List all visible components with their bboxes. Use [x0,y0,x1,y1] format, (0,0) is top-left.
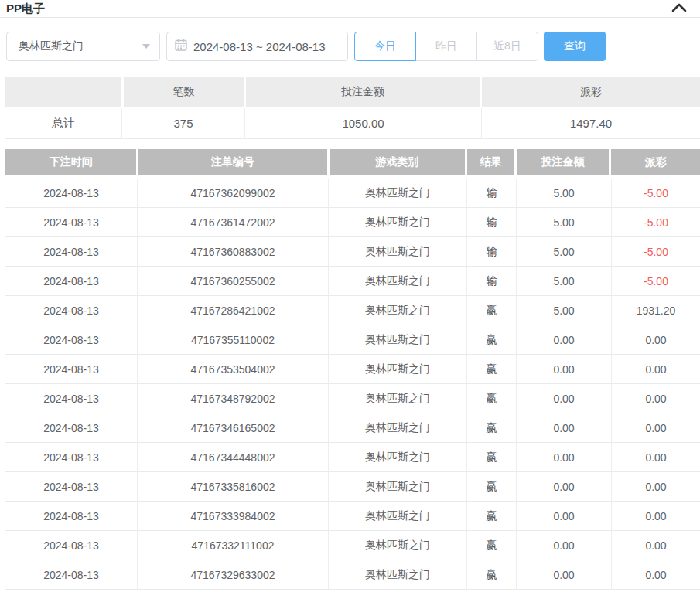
cell-game-type: 奥林匹斯之门 [328,267,466,296]
table-row: 2024-08-13 47167362099002 奥林匹斯之门 输 5.00 … [5,179,700,208]
cell-result: 输 [466,267,516,296]
cell-bet-time: 2024-08-13 [5,325,137,355]
cell-game-type: 奥林匹斯之门 [328,208,466,237]
cell-bet-amount: 0.00 [516,413,611,443]
cell-payout: 0.00 [611,502,700,531]
cell-payout: -5.00 [611,208,700,237]
table-row: 2024-08-13 47167361472002 奥林匹斯之门 输 5.00 … [5,208,700,237]
summary-total-payout: 1497.40 [481,108,700,139]
cell-result: 赢 [466,472,516,502]
cell-bet-time: 2024-08-13 [5,267,137,296]
summary-total-row: 总计 375 1050.00 1497.40 [5,108,700,139]
col-header-order-no: 注单编号 [138,149,326,175]
table-row: 2024-08-13 47167329633002 奥林匹斯之门 赢 0.00 … [5,560,700,590]
table-row: 2024-08-13 47167355110002 奥林匹斯之门 赢 0.00 … [5,325,700,355]
cell-bet-time: 2024-08-13 [5,502,137,531]
cell-payout: 0.00 [611,531,700,560]
table-row: 2024-08-13 47167333984002 奥林匹斯之门 赢 0.00 … [5,502,700,531]
game-select-value: 奥林匹斯之门 [19,39,84,53]
cell-order-no: 47167333984002 [137,502,328,531]
cell-order-no: 47167348792002 [137,384,328,413]
cell-game-type: 奥林匹斯之门 [328,472,466,502]
cell-payout: 0.00 [611,472,700,502]
cell-order-no: 47167332111002 [137,531,328,560]
filter-bar: 奥林匹斯之门 2024-08-13 ~ 2024-08-13 今日 昨日 近8日… [6,32,694,61]
calendar-icon [175,39,187,54]
cell-result: 赢 [466,560,516,590]
cell-bet-amount: 0.00 [516,502,611,531]
col-header-game-type: 游戏类别 [330,149,465,175]
table-header-row: 下注时间 注单编号 游戏类别 结果 投注金额 派彩 [5,149,700,175]
summary-header-count: 笔数 [124,77,244,107]
cell-bet-amount: 5.00 [516,237,611,267]
date-range-input[interactable]: 2024-08-13 ~ 2024-08-13 [166,32,348,61]
cell-game-type: 奥林匹斯之门 [328,237,466,267]
cell-result: 输 [466,179,516,208]
cell-bet-amount: 0.00 [516,531,611,560]
cell-game-type: 奥林匹斯之门 [328,413,466,443]
col-header-bet-time: 下注时间 [5,149,136,175]
table-row: 2024-08-13 47167286421002 奥林匹斯之门 赢 5.00 … [5,296,700,325]
cell-game-type: 奥林匹斯之门 [328,384,466,413]
collapse-panel-button[interactable] [671,2,688,15]
cell-result: 赢 [466,325,516,355]
summary-table: 笔数 投注金额 派彩 总计 375 1050.00 1497.40 [5,77,700,139]
cell-bet-amount: 0.00 [516,384,611,413]
table-row: 2024-08-13 47167360255002 奥林匹斯之门 输 5.00 … [5,267,700,296]
date-range-value: 2024-08-13 ~ 2024-08-13 [193,40,326,53]
cell-bet-time: 2024-08-13 [5,296,137,325]
col-header-payout: 派彩 [611,149,700,175]
cell-result: 赢 [466,296,516,325]
cell-bet-time: 2024-08-13 [5,413,137,443]
yesterday-button[interactable]: 昨日 [415,32,477,61]
cell-payout: -5.00 [611,179,700,208]
table-row: 2024-08-13 47167332111002 奥林匹斯之门 赢 0.00 … [5,531,700,560]
today-button[interactable]: 今日 [354,32,416,61]
table-row: 2024-08-13 47167335816002 奥林匹斯之门 赢 0.00 … [5,472,700,502]
cell-payout: 1931.20 [611,296,700,325]
cell-bet-time: 2024-08-13 [5,384,137,413]
cell-game-type: 奥林匹斯之门 [328,355,466,384]
cell-order-no: 47167335816002 [137,472,328,502]
cell-result: 赢 [466,413,516,443]
cell-result: 赢 [466,531,516,560]
cell-payout: 0.00 [611,443,700,472]
cell-order-no: 47167361472002 [137,208,328,237]
last-8-days-button[interactable]: 近8日 [476,32,538,61]
cell-order-no: 47167353504002 [137,355,328,384]
summary-total-bet-amount: 1050.00 [244,108,481,139]
cell-bet-amount: 5.00 [516,267,611,296]
cell-bet-time: 2024-08-13 [5,179,137,208]
cell-payout: -5.00 [611,267,700,296]
cell-order-no: 47167329633002 [137,560,328,590]
cell-bet-amount: 0.00 [516,325,611,355]
cell-bet-time: 2024-08-13 [5,355,137,384]
game-select[interactable]: 奥林匹斯之门 [6,32,160,61]
cell-bet-amount: 5.00 [516,296,611,325]
cell-payout: 0.00 [611,413,700,443]
cell-payout: 0.00 [611,560,700,590]
caret-down-icon [142,44,150,49]
table-row: 2024-08-13 47167348792002 奥林匹斯之门 赢 0.00 … [5,384,700,413]
cell-result: 赢 [466,443,516,472]
cell-payout: 0.00 [611,325,700,355]
table-row: 2024-08-13 47167360883002 奥林匹斯之门 输 5.00 … [5,237,700,267]
summary-total-label: 总计 [5,108,121,139]
table-row: 2024-08-13 47167346165002 奥林匹斯之门 赢 0.00 … [5,413,700,443]
cell-bet-amount: 0.00 [516,355,611,384]
table-row: 2024-08-13 47167353504002 奥林匹斯之门 赢 0.00 … [5,355,700,384]
cell-bet-amount: 0.00 [516,443,611,472]
cell-payout: -5.00 [611,237,700,267]
cell-bet-amount: 0.00 [516,472,611,502]
chevron-up-icon [671,3,687,15]
cell-game-type: 奥林匹斯之门 [328,179,466,208]
bets-table: 下注时间 注单编号 游戏类别 结果 投注金额 派彩 2024-08-13 471… [5,149,700,590]
panel-header: PP电子 [0,0,700,18]
quick-date-group: 今日 昨日 近8日 [354,32,538,61]
query-button[interactable]: 查询 [544,32,606,61]
cell-payout: 0.00 [611,384,700,413]
cell-order-no: 47167360883002 [137,237,328,267]
cell-bet-time: 2024-08-13 [5,560,137,590]
cell-bet-time: 2024-08-13 [5,531,137,560]
cell-game-type: 奥林匹斯之门 [328,296,466,325]
